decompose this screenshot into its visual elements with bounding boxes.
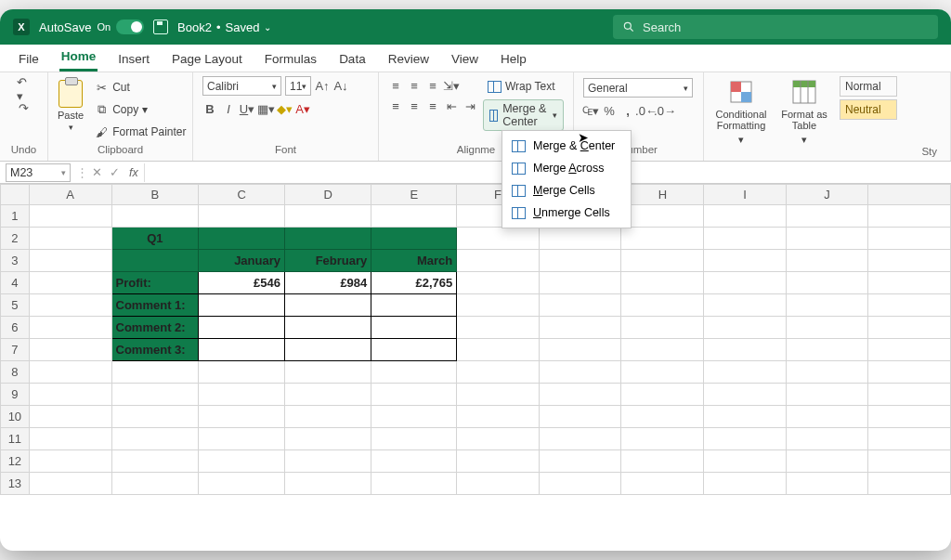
tab-review[interactable]: Review <box>386 46 431 72</box>
increase-indent-icon[interactable]: ⇥ <box>462 98 477 113</box>
cell[interactable] <box>868 205 951 228</box>
cell[interactable] <box>285 205 371 228</box>
cell[interactable] <box>539 228 621 250</box>
cell[interactable] <box>199 294 285 317</box>
tab-formulas[interactable]: Formulas <box>263 46 319 72</box>
cell[interactable]: £2,765 <box>371 272 457 294</box>
cell[interactable] <box>199 384 285 406</box>
cell[interactable] <box>786 272 868 294</box>
cell[interactable] <box>199 205 285 228</box>
column-header[interactable]: J <box>786 185 868 205</box>
cell[interactable] <box>704 294 787 317</box>
cell[interactable] <box>704 406 787 428</box>
save-icon[interactable] <box>153 20 168 34</box>
undo-icon[interactable]: ↶ ▾ <box>17 82 32 97</box>
cell[interactable]: Comment 2: <box>111 317 199 339</box>
row-header[interactable]: 2 <box>1 228 30 250</box>
cell[interactable] <box>539 317 621 339</box>
column-header[interactable]: A <box>29 185 111 205</box>
row-header[interactable]: 6 <box>1 317 30 339</box>
cut-button[interactable]: ✂Cut <box>89 78 190 97</box>
cell[interactable] <box>868 294 951 317</box>
cell[interactable] <box>111 384 199 406</box>
cell[interactable] <box>621 406 704 428</box>
cell[interactable] <box>29 250 111 272</box>
align-center-icon[interactable]: ≡ <box>407 98 422 113</box>
cell[interactable] <box>868 272 951 294</box>
cell[interactable] <box>539 294 621 317</box>
cell[interactable] <box>457 384 540 406</box>
align-middle-icon[interactable]: ≡ <box>407 78 422 93</box>
tab-insert[interactable]: Insert <box>116 46 151 72</box>
cell[interactable] <box>199 339 285 361</box>
cell[interactable] <box>868 406 951 428</box>
column-header[interactable]: D <box>285 185 371 205</box>
cell[interactable] <box>786 406 868 428</box>
row-header[interactable]: 9 <box>1 384 30 406</box>
cell[interactable] <box>457 294 540 317</box>
cell[interactable] <box>457 228 540 250</box>
cell[interactable] <box>457 250 540 272</box>
format-as-table-button[interactable]: Format as Table▾ <box>776 76 832 146</box>
cell[interactable] <box>285 406 371 428</box>
cell[interactable] <box>457 450 540 473</box>
row-header[interactable]: 1 <box>1 205 30 228</box>
cell[interactable] <box>457 406 540 428</box>
cell[interactable] <box>786 294 868 317</box>
cell[interactable] <box>29 317 111 339</box>
orientation-icon[interactable]: ⇲▾ <box>444 78 459 93</box>
cell[interactable] <box>29 205 111 228</box>
cell[interactable] <box>704 317 787 339</box>
font-size-combo[interactable]: 11▾ <box>285 76 311 96</box>
cell[interactable] <box>539 473 621 495</box>
column-header[interactable]: C <box>199 185 285 205</box>
cell[interactable] <box>371 205 457 228</box>
cell[interactable] <box>621 272 704 294</box>
cell[interactable] <box>621 250 704 272</box>
cell[interactable] <box>868 450 951 473</box>
search-input[interactable]: Search <box>613 15 938 39</box>
toggle-switch-icon[interactable] <box>116 20 144 34</box>
row-header[interactable]: 10 <box>1 406 30 428</box>
decrease-decimal-icon[interactable]: .0→ <box>658 103 672 118</box>
cell[interactable] <box>786 317 868 339</box>
cell[interactable] <box>371 384 457 406</box>
cell[interactable] <box>868 250 951 272</box>
cell[interactable] <box>704 228 787 250</box>
cell[interactable] <box>371 228 457 250</box>
cell[interactable] <box>704 250 787 272</box>
cell[interactable] <box>704 450 787 473</box>
cell[interactable] <box>457 473 540 495</box>
cell[interactable] <box>868 428 951 450</box>
cell[interactable] <box>786 205 868 228</box>
percent-icon[interactable]: % <box>602 103 617 118</box>
cell[interactable] <box>111 250 199 272</box>
cell[interactable] <box>621 384 704 406</box>
cell[interactable] <box>457 272 540 294</box>
cell[interactable] <box>539 406 621 428</box>
font-name-combo[interactable]: Calibri▾ <box>202 76 281 96</box>
cell[interactable] <box>457 339 540 361</box>
merge-menu-item[interactable]: Merge Cells <box>502 179 631 202</box>
cell[interactable] <box>621 361 704 384</box>
cell[interactable] <box>868 361 951 384</box>
number-format-combo[interactable]: General▾ <box>583 78 693 98</box>
cell[interactable] <box>371 317 457 339</box>
cell[interactable] <box>29 294 111 317</box>
cell[interactable] <box>29 473 111 495</box>
conditional-formatting-button[interactable]: Conditional Formatting▾ <box>713 76 769 146</box>
tab-help[interactable]: Help <box>499 46 528 72</box>
cell[interactable] <box>285 428 371 450</box>
align-bottom-icon[interactable]: ≡ <box>425 78 440 93</box>
column-header[interactable]: E <box>371 185 457 205</box>
merge-center-button[interactable]: Merge & Center▾ <box>483 99 564 131</box>
cell[interactable] <box>539 450 621 473</box>
underline-icon[interactable]: U▾ <box>240 101 254 116</box>
cell[interactable]: January <box>199 250 285 272</box>
cell[interactable] <box>704 384 787 406</box>
name-box[interactable]: M23▾ <box>6 163 71 182</box>
format-painter-button[interactable]: 🖌Format Painter <box>89 123 190 141</box>
cell[interactable] <box>199 473 285 495</box>
row-header[interactable]: 13 <box>1 473 30 495</box>
cell[interactable]: Comment 1: <box>111 294 199 317</box>
